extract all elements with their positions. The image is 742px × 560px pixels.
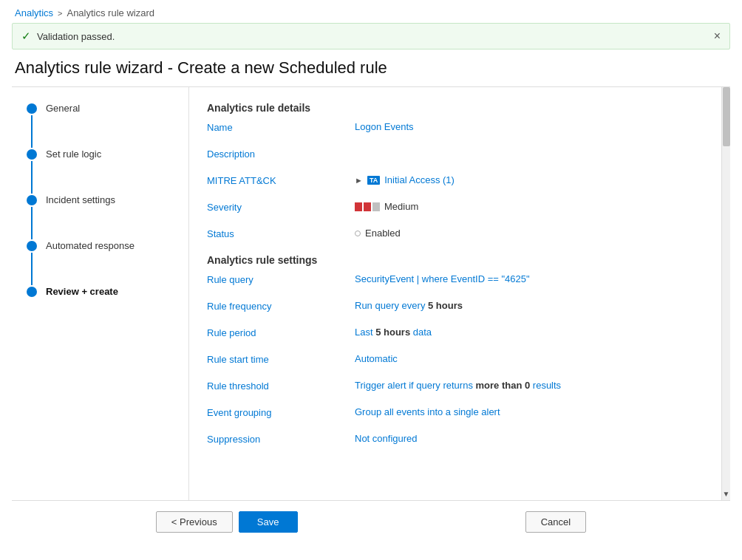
breadcrumb-root[interactable]: Analytics	[15, 7, 53, 18]
rule-threshold-bold: more than 0	[476, 380, 531, 391]
check-icon: ✓	[21, 30, 31, 43]
step-dot-general	[27, 103, 37, 114]
scrollbar[interactable]: ▲ ▼	[721, 87, 730, 500]
detail-row-rule-frequency: Rule frequency Run query every 5 hours	[207, 300, 704, 316]
detail-value-event-grouping: Group all events into a single alert	[355, 406, 704, 417]
detail-label-suppression: Suppression	[207, 433, 355, 445]
detail-row-description: Description	[207, 148, 704, 164]
detail-label-event-grouping: Event grouping	[207, 406, 355, 418]
rule-frequency-bold: 5 hours	[428, 300, 463, 311]
step-label-incident-settings: Incident settings	[46, 194, 115, 220]
severity-label: Medium	[384, 201, 418, 212]
detail-value-severity: Medium	[355, 201, 418, 212]
detail-value-rule-query[interactable]: SecurityEvent | where EventID == "4625"	[355, 273, 704, 284]
main-content: General Set rule logic Incident settings…	[12, 86, 730, 500]
bottom-bar: < Previous Save Cancel	[12, 500, 730, 543]
detail-row-rule-period: Rule period Last 5 hours data	[207, 327, 704, 343]
step-label-review-create: Review + create	[46, 285, 118, 312]
breadcrumb-separator: >	[58, 9, 62, 18]
rule-threshold-prefix: Trigger alert if query returns	[355, 380, 476, 391]
detail-row-rule-query: Rule query SecurityEvent | where EventID…	[207, 273, 704, 290]
step-dot-review-create	[27, 287, 37, 297]
rule-threshold-suffix: results	[530, 380, 561, 391]
detail-label-description: Description	[207, 148, 355, 160]
breadcrumb-current: Analytics rule wizard	[67, 7, 154, 18]
details-panel: Analytics rule details Name Logon Events…	[189, 87, 721, 500]
detail-row-status: Status Enabled	[207, 228, 704, 244]
validation-message: Validation passed.	[37, 31, 115, 42]
severity-block-3	[372, 202, 380, 211]
detail-row-event-grouping: Event grouping Group all events into a s…	[207, 406, 704, 423]
detail-label-rule-query: Rule query	[207, 273, 355, 285]
detail-label-rule-threshold: Rule threshold	[207, 380, 355, 392]
detail-label-severity: Severity	[207, 201, 355, 213]
step-automated-response[interactable]: Automated response	[27, 239, 174, 285]
detail-label-status: Status	[207, 228, 355, 239]
detail-label-rule-start-time: Rule start time	[207, 353, 355, 365]
page-title: Analytics rule wizard - Create a new Sch…	[0, 55, 742, 86]
status-dot-icon	[355, 231, 361, 236]
previous-button[interactable]: < Previous	[156, 511, 233, 533]
chevron-right-icon: ►	[355, 176, 363, 185]
detail-value-rule-start-time: Automatic	[355, 353, 704, 364]
step-general[interactable]: General	[27, 102, 174, 148]
step-label-general: General	[46, 102, 80, 129]
detail-value-mitre[interactable]: ► TA Initial Access (1)	[355, 174, 455, 185]
detail-value-name[interactable]: Logon Events	[355, 121, 704, 132]
wizard-steps: General Set rule logic Incident settings…	[12, 87, 189, 500]
severity-block-2	[364, 202, 371, 211]
step-label-automated-response: Automated response	[46, 239, 135, 266]
status-label: Enabled	[365, 228, 401, 239]
scroll-down-icon[interactable]: ▼	[722, 487, 730, 500]
step-set-rule-logic[interactable]: Set rule logic	[27, 148, 174, 194]
scroll-thumb[interactable]	[723, 87, 730, 146]
save-button[interactable]: Save	[239, 511, 298, 533]
step-line-3	[31, 207, 33, 239]
step-review-create[interactable]: Review + create	[27, 285, 174, 312]
detail-row-suppression: Suppression Not configured	[207, 433, 704, 449]
detail-value-suppression: Not configured	[355, 433, 704, 444]
step-line-2	[31, 161, 33, 194]
step-incident-settings[interactable]: Incident settings	[27, 194, 174, 239]
severity-blocks	[355, 202, 380, 211]
detail-value-rule-frequency: Run query every 5 hours	[355, 300, 704, 311]
step-dot-incident-settings	[27, 195, 37, 205]
cancel-button[interactable]: Cancel	[525, 511, 586, 533]
rule-period-bold: 5 hours	[375, 327, 410, 338]
severity-block-1	[355, 202, 362, 211]
detail-value-status: Enabled	[355, 228, 401, 239]
detail-row-mitre: MITRE ATT&CK ► TA Initial Access (1)	[207, 174, 704, 191]
detail-label-rule-frequency: Rule frequency	[207, 300, 355, 312]
step-dot-set-rule-logic	[27, 149, 37, 160]
detail-value-rule-period: Last 5 hours data	[355, 327, 704, 338]
mitre-badge-icon: TA	[367, 176, 380, 185]
detail-row-rule-start-time: Rule start time Automatic	[207, 353, 704, 369]
detail-row-name: Name Logon Events	[207, 121, 704, 137]
section-header-rule-settings: Analytics rule settings	[207, 254, 704, 266]
breadcrumb: Analytics > Analytics rule wizard	[0, 0, 742, 23]
close-icon[interactable]: ×	[714, 30, 721, 43]
validation-banner: ✓ Validation passed. ×	[12, 23, 730, 49]
section-header-rule-details: Analytics rule details	[207, 102, 704, 114]
detail-row-severity: Severity Medium	[207, 201, 704, 217]
detail-label-name: Name	[207, 121, 355, 133]
rule-frequency-prefix: Run query every	[355, 300, 428, 311]
detail-label-mitre: MITRE ATT&CK	[207, 174, 355, 186]
step-line-1	[31, 115, 33, 148]
detail-value-rule-threshold: Trigger alert if query returns more than…	[355, 380, 704, 391]
detail-row-rule-threshold: Rule threshold Trigger alert if query re…	[207, 380, 704, 396]
mitre-label: Initial Access (1)	[384, 174, 455, 185]
step-line-4	[31, 253, 33, 285]
detail-label-rule-period: Rule period	[207, 327, 355, 338]
step-dot-automated-response	[27, 241, 37, 251]
rule-period-prefix: Last	[355, 327, 375, 338]
rule-period-suffix: data	[410, 327, 432, 338]
step-label-set-rule-logic: Set rule logic	[46, 148, 101, 174]
